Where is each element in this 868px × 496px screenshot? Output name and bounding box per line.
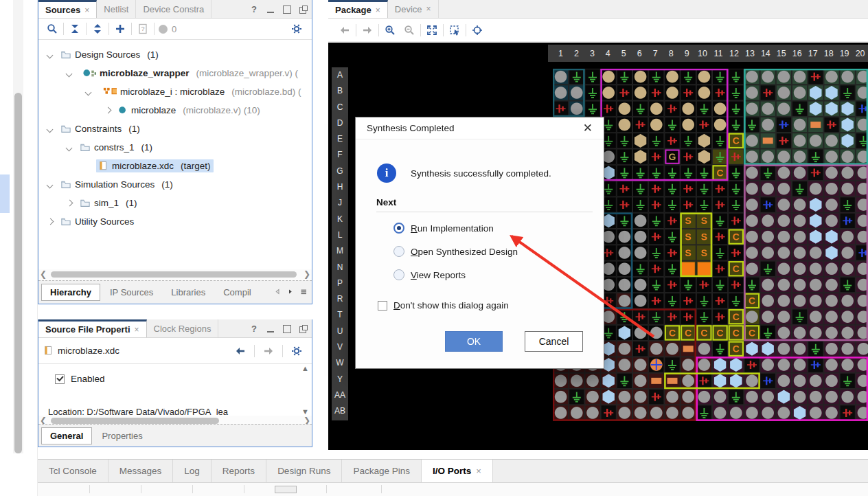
tree-item-design-sources[interactable]: Design Sources(1) — [38, 45, 312, 64]
expander-open-icon[interactable] — [45, 124, 55, 134]
zoom-in-icon[interactable] — [380, 22, 400, 38]
close-tab-icon[interactable]: × — [84, 5, 89, 15]
tree-item-simulation-sources[interactable]: Simulation Sources(1) — [38, 175, 312, 194]
help-doc-icon[interactable]: ? — [133, 21, 152, 37]
expand-all-icon[interactable] — [88, 21, 107, 37]
expander-closed-icon[interactable] — [103, 106, 113, 115]
close-tab-icon[interactable]: × — [376, 5, 380, 15]
settings-gear-icon[interactable] — [287, 21, 306, 37]
radio-option-run-implementation[interactable]: Run Implementation — [393, 223, 494, 234]
sources-hscroll-thumb[interactable] — [51, 271, 297, 278]
bottom-toolbar-field[interactable] — [275, 486, 297, 493]
next-icon[interactable] — [287, 289, 295, 297]
folder-icon — [60, 50, 71, 60]
package-tab-package[interactable]: Package× — [328, 0, 388, 18]
tree-item-constraints[interactable]: Constraints(1) — [38, 120, 312, 138]
radio-option-open-synthesized-design[interactable]: Open Synthesized Design — [393, 246, 518, 257]
forward-icon[interactable] — [358, 22, 377, 38]
zoom-fit-icon[interactable] — [422, 22, 442, 38]
help-icon[interactable] — [250, 325, 258, 333]
minimize-icon[interactable] — [266, 5, 275, 14]
tree-item-count: (1) — [161, 179, 173, 190]
close-tab-icon[interactable]: × — [476, 466, 481, 476]
properties-subtab-general[interactable]: General — [41, 427, 92, 444]
sources-tab-device-constra[interactable]: Device Constra — [136, 0, 212, 18]
sources-subtab-libraries[interactable]: Libraries — [163, 284, 214, 300]
radio-selected-icon[interactable] — [393, 223, 404, 234]
sources-tab-netlist[interactable]: Netlist — [97, 0, 136, 18]
zoom-selection-icon[interactable] — [445, 22, 464, 38]
settings-gear-icon[interactable] — [287, 343, 306, 359]
tree-item-microblaze-xdc[interactable]: microblaze.xdc(target) — [38, 157, 312, 175]
help-icon[interactable] — [250, 5, 258, 14]
cancel-button[interactable]: Cancel — [525, 331, 583, 352]
expander-closed-icon[interactable] — [45, 217, 55, 227]
folder-icon — [80, 143, 91, 153]
dont-show-again-checkbox[interactable] — [378, 301, 387, 311]
minimize-icon[interactable] — [266, 325, 275, 333]
bottom-tab-package-pins[interactable]: Package Pins — [342, 460, 422, 482]
tree-item-microblaze[interactable]: microblaze(microblaze.v) (10) — [38, 101, 312, 120]
properties-subtab-properties[interactable]: Properties — [93, 428, 150, 444]
float-icon[interactable] — [299, 5, 308, 14]
bottom-tab-design-runs[interactable]: Design Runs — [266, 460, 342, 482]
close-tab-icon[interactable]: × — [135, 325, 139, 335]
sources-tab-sources[interactable]: Sources× — [38, 0, 97, 18]
expander-open-icon[interactable] — [45, 180, 55, 190]
expander-open-icon[interactable] — [65, 143, 74, 153]
menu-icon[interactable] — [299, 289, 309, 297]
tree-item-utility-sources[interactable]: Utility Sources — [38, 212, 312, 231]
zoom-out-icon[interactable] — [400, 22, 419, 38]
enabled-checkbox[interactable] — [55, 374, 65, 384]
radio-option-view-reports[interactable]: View Reports — [393, 269, 466, 280]
properties-tab-clock-regions[interactable]: Clock Regions — [147, 319, 219, 337]
tree-item-microblaze-wrapper[interactable]: microblaze_wrapper(microblaze_wrapper.v)… — [38, 64, 312, 82]
float-icon[interactable] — [299, 325, 308, 333]
autofit-icon[interactable] — [468, 22, 487, 38]
search-icon[interactable] — [43, 21, 62, 37]
bottom-tab-i-o-ports[interactable]: I/O Ports× — [422, 460, 493, 482]
add-icon[interactable] — [111, 21, 130, 37]
maximize-icon[interactable] — [283, 325, 291, 333]
expander-closed-icon[interactable] — [65, 199, 74, 208]
scroll-right-icon[interactable]: ❯ — [302, 269, 312, 280]
collapse-all-icon[interactable] — [65, 21, 84, 37]
scroll-up-icon[interactable]: ▲ — [301, 364, 309, 372]
tree-item-constrs-1[interactable]: constrs_1(1) — [38, 138, 312, 157]
xdc-file-icon — [44, 346, 54, 356]
bottom-tab-tcl-console[interactable]: Tcl Console — [38, 460, 108, 482]
scroll-left-icon[interactable]: ❮ — [38, 269, 48, 280]
ok-button[interactable]: OK — [445, 331, 503, 352]
left-scrollbar-thumb[interactable] — [14, 93, 22, 453]
radio-option-label: Run Implementation — [411, 223, 494, 234]
tree-item-microblaze-i-microblaze[interactable]: microblaze_i : microblaze(microblaze.bd)… — [38, 82, 312, 101]
bottom-tab-reports[interactable]: Reports — [212, 460, 266, 482]
maximize-icon[interactable] — [283, 5, 291, 14]
sources-subtab-hierarchy[interactable]: Hierarchy — [41, 284, 100, 301]
properties-hscroll-thumb[interactable] — [51, 418, 219, 424]
radio-unselected-icon[interactable] — [393, 269, 404, 280]
sources-hscrollbar[interactable]: ❮ ❯ — [38, 269, 312, 280]
expander-open-icon[interactable] — [65, 69, 74, 78]
sources-subtab-compil[interactable]: Compil — [215, 284, 259, 300]
properties-vscrollbar[interactable]: ▲ ▼ — [300, 364, 310, 416]
expander-open-icon[interactable] — [45, 50, 55, 60]
sources-panel: Sources×NetlistDevice Constra ?0 Design … — [38, 0, 312, 304]
package-toolbar — [328, 19, 868, 42]
forward-icon[interactable] — [259, 343, 278, 359]
prev-icon[interactable] — [275, 289, 283, 297]
bottom-tab-log[interactable]: Log — [173, 460, 212, 482]
radio-unselected-icon[interactable] — [393, 246, 404, 257]
close-tab-icon[interactable]: × — [426, 4, 431, 14]
properties-tab-source-file-properti[interactable]: Source File Properti× — [38, 319, 147, 337]
sources-subtab-ip-sources[interactable]: IP Sources — [102, 284, 161, 300]
package-tabbar: Package×Device× — [328, 0, 868, 19]
close-icon[interactable]: ✕ — [583, 121, 593, 135]
back-icon[interactable] — [335, 22, 354, 38]
back-icon[interactable] — [231, 343, 250, 359]
scroll-down-icon[interactable]: ▼ — [301, 407, 309, 416]
bottom-tab-messages[interactable]: Messages — [108, 460, 174, 482]
tree-item-sim-1[interactable]: sim_1(1) — [38, 194, 312, 212]
expander-open-icon[interactable] — [84, 87, 93, 97]
package-tab-device[interactable]: Device× — [388, 0, 439, 18]
